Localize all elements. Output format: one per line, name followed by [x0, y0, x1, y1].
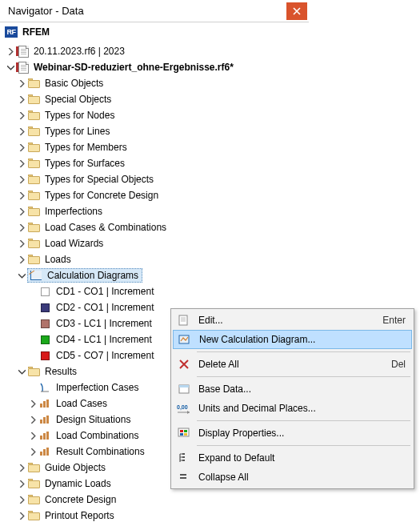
svg-rect-30	[180, 474, 186, 476]
menu-label: New Calculation Diagram...	[199, 334, 405, 345]
diagram-icon	[30, 269, 42, 282]
folder-icon	[27, 77, 40, 90]
collapse-icon[interactable]	[5, 62, 16, 73]
app-name: RFEM	[21, 26, 51, 38]
svg-rect-4	[43, 417, 46, 424]
folder-types-concrete[interactable]: Types for Concrete Design	[5, 187, 309, 203]
svg-rect-22	[178, 428, 189, 436]
expand-icon[interactable]	[16, 174, 27, 185]
expand-tree-icon	[176, 450, 192, 466]
folder-load-wizards[interactable]: Load Wizards	[5, 235, 309, 251]
folder-icon	[27, 461, 40, 474]
collapse-icon[interactable]	[16, 366, 27, 377]
menu-units[interactable]: 0,00 Units and Decimal Places...	[173, 399, 412, 418]
expand-icon[interactable]	[27, 430, 38, 441]
folder-icon	[27, 237, 40, 250]
folder-special-objects[interactable]: Special Objects	[5, 91, 309, 107]
expand-icon[interactable]	[16, 478, 27, 489]
folder-label: Dynamic Loads	[43, 477, 113, 490]
menu-separator	[197, 445, 410, 446]
expand-icon[interactable]	[16, 78, 27, 89]
folder-label: Special Objects	[43, 93, 113, 106]
result-icon	[38, 445, 51, 458]
app-header: RF RFEM	[0, 22, 309, 42]
folder-calculation-diagrams[interactable]: Calculation Diagrams	[5, 267, 309, 283]
folder-types-members[interactable]: Types for Members	[5, 139, 309, 155]
result-label: Load Combinations	[54, 429, 140, 442]
folder-basic-objects[interactable]: Basic Objects	[5, 75, 309, 91]
svg-rect-17	[179, 315, 187, 325]
svg-rect-28	[182, 456, 185, 458]
folder-types-nodes[interactable]: Types for Nodes	[5, 107, 309, 123]
units-icon: 0,00	[176, 400, 192, 416]
menu-shortcut: Del	[391, 359, 406, 370]
folder-load-cases[interactable]: Load Cases & Combinations	[5, 219, 309, 235]
folder-icon	[27, 189, 40, 202]
folder-label: Imperfections	[43, 205, 104, 218]
expand-icon[interactable]	[16, 94, 27, 105]
folder-imperfections[interactable]: Imperfections	[5, 203, 309, 219]
folder-types-special[interactable]: Types for Special Objects	[5, 171, 309, 187]
file-icon	[16, 45, 29, 58]
file-icon	[16, 61, 29, 74]
expand-icon[interactable]	[27, 446, 38, 457]
expand-icon[interactable]	[16, 126, 27, 137]
context-menu: Edit... Enter New Calculation Diagram...…	[170, 308, 414, 489]
menu-display-properties[interactable]: Display Properties...	[173, 424, 412, 443]
svg-rect-29	[182, 460, 185, 461]
svg-rect-9	[40, 452, 42, 456]
menu-expand[interactable]: Expand to Default	[173, 448, 412, 468]
diagram-label: CD4 - LC1 | Increment	[54, 333, 154, 346]
folder-label: Types for Concrete Design	[43, 189, 160, 202]
expand-icon[interactable]	[16, 222, 27, 233]
folder-icon	[27, 125, 40, 138]
expand-icon[interactable]	[16, 238, 27, 249]
expand-icon[interactable]	[16, 510, 27, 521]
tree-file-1[interactable]: 20.11.2023.rf6 | 2023	[5, 43, 309, 59]
folder-loads[interactable]: Loads	[5, 251, 309, 267]
folder-icon	[27, 221, 40, 234]
folder-types-surfaces[interactable]: Types for Surfaces	[5, 155, 309, 171]
collapse-icon[interactable]	[16, 270, 27, 281]
file-label: Webinar-SD-reduziert_ohne-Ergebnisse.rf6…	[32, 61, 235, 74]
tree-file-2[interactable]: Webinar-SD-reduziert_ohne-Ergebnisse.rf6…	[5, 59, 309, 75]
svg-rect-8	[46, 432, 49, 440]
menu-new-calculation-diagram[interactable]: New Calculation Diagram...	[173, 330, 412, 349]
folder-types-lines[interactable]: Types for Lines	[5, 123, 309, 139]
svg-rect-18	[179, 335, 189, 343]
menu-label: Units and Decimal Places...	[198, 403, 406, 414]
expand-icon[interactable]	[27, 398, 38, 409]
expand-icon[interactable]	[16, 206, 27, 217]
expand-icon[interactable]	[5, 46, 16, 57]
expand-icon[interactable]	[16, 142, 27, 153]
result-icon	[38, 381, 51, 394]
svg-rect-31	[180, 477, 186, 479]
expand-icon[interactable]	[16, 494, 27, 505]
folder-concrete-design[interactable]: Concrete Design	[5, 492, 309, 508]
diagram-cd1[interactable]: CD1 - CO1 | Increment	[5, 283, 309, 299]
menu-collapse[interactable]: Collapse All	[173, 468, 412, 487]
expand-icon[interactable]	[16, 190, 27, 201]
folder-label: Load Wizards	[43, 237, 105, 250]
result-icon	[38, 397, 51, 410]
expand-icon[interactable]	[16, 110, 27, 121]
color-swatch-icon	[38, 333, 51, 346]
result-label: Design Situations	[54, 413, 132, 426]
folder-label: Printout Reports	[43, 509, 116, 522]
expand-icon[interactable]	[16, 462, 27, 473]
close-icon	[293, 7, 301, 15]
expand-icon[interactable]	[16, 158, 27, 169]
svg-rect-6	[40, 436, 42, 440]
folder-printout-reports[interactable]: Printout Reports	[5, 508, 309, 522]
color-swatch-icon	[38, 349, 51, 362]
svg-rect-24	[184, 430, 187, 432]
svg-rect-3	[40, 420, 42, 424]
expand-icon[interactable]	[27, 414, 38, 425]
menu-delete-all[interactable]: Delete All Del	[173, 355, 412, 374]
menu-label: Edit...	[198, 315, 376, 326]
menu-base-data[interactable]: Base Data...	[173, 379, 412, 399]
menu-edit[interactable]: Edit... Enter	[173, 311, 412, 330]
close-button[interactable]	[286, 2, 307, 20]
menu-label: Display Properties...	[198, 428, 406, 439]
expand-icon[interactable]	[16, 254, 27, 265]
